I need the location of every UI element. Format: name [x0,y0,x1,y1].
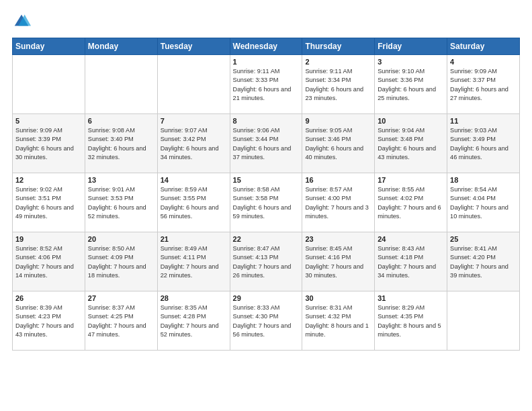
calendar-cell: 1Sunrise: 9:11 AM Sunset: 3:33 PM Daylig… [230,55,302,114]
calendar-cell: 26Sunrise: 8:39 AM Sunset: 4:23 PM Dayli… [13,291,85,351]
day-number: 18 [450,176,517,184]
day-number: 31 [378,294,444,302]
day-number: 11 [450,117,517,125]
day-number: 19 [15,235,82,243]
calendar-cell: 12Sunrise: 9:02 AM Sunset: 3:51 PM Dayli… [13,173,85,232]
calendar-cell: 10Sunrise: 9:04 AM Sunset: 3:48 PM Dayli… [375,114,447,173]
cell-text: Sunrise: 8:54 AM Sunset: 4:04 PM Dayligh… [450,185,517,221]
day-number: 27 [88,294,154,302]
cell-text: Sunrise: 8:31 AM Sunset: 4:32 PM Dayligh… [305,304,371,339]
cell-text: Sunrise: 8:52 AM Sunset: 4:06 PM Dayligh… [15,244,82,280]
calendar-cell [157,55,230,114]
calendar-week-row: 26Sunrise: 8:39 AM Sunset: 4:23 PM Dayli… [13,291,520,351]
calendar-week-row: 1Sunrise: 9:11 AM Sunset: 3:33 PM Daylig… [13,55,520,114]
day-number: 10 [378,117,444,125]
calendar-cell: 13Sunrise: 9:01 AM Sunset: 3:53 PM Dayli… [85,173,157,232]
calendar-cell: 8Sunrise: 9:06 AM Sunset: 3:44 PM Daylig… [230,114,302,173]
calendar-cell: 6Sunrise: 9:08 AM Sunset: 3:40 PM Daylig… [85,114,157,173]
calendar-cell: 15Sunrise: 8:58 AM Sunset: 3:58 PM Dayli… [230,173,302,232]
calendar-cell: 21Sunrise: 8:49 AM Sunset: 4:11 PM Dayli… [157,232,230,291]
calendar-cell: 14Sunrise: 8:59 AM Sunset: 3:55 PM Dayli… [157,173,230,232]
calendar-cell: 24Sunrise: 8:43 AM Sunset: 4:18 PM Dayli… [375,232,447,291]
day-number: 23 [305,235,371,243]
day-number: 26 [15,294,82,302]
cell-text: Sunrise: 9:02 AM Sunset: 3:51 PM Dayligh… [15,185,82,221]
calendar-day-header: Wednesday [230,38,302,55]
cell-text: Sunrise: 8:50 AM Sunset: 4:09 PM Dayligh… [88,244,154,280]
cell-text: Sunrise: 9:04 AM Sunset: 3:48 PM Dayligh… [378,126,444,162]
calendar-cell: 19Sunrise: 8:52 AM Sunset: 4:06 PM Dayli… [13,232,85,291]
calendar-cell: 11Sunrise: 9:03 AM Sunset: 3:49 PM Dayli… [447,114,520,173]
page: SundayMondayTuesdayWednesdayThursdayFrid… [0,0,532,411]
cell-text: Sunrise: 8:41 AM Sunset: 4:20 PM Dayligh… [450,244,517,280]
cell-text: Sunrise: 8:37 AM Sunset: 4:25 PM Dayligh… [88,304,154,339]
cell-text: Sunrise: 9:08 AM Sunset: 3:40 PM Dayligh… [88,126,154,162]
calendar-cell: 22Sunrise: 8:47 AM Sunset: 4:13 PM Dayli… [230,232,302,291]
day-number: 17 [378,176,444,184]
calendar-cell: 7Sunrise: 9:07 AM Sunset: 3:42 PM Daylig… [157,114,230,173]
cell-text: Sunrise: 8:58 AM Sunset: 3:58 PM Dayligh… [233,185,300,221]
calendar-cell: 17Sunrise: 8:55 AM Sunset: 4:02 PM Dayli… [375,173,447,232]
calendar-day-header: Friday [375,38,447,55]
calendar-cell [13,55,85,114]
day-number: 24 [378,235,444,243]
cell-text: Sunrise: 9:06 AM Sunset: 3:44 PM Dayligh… [233,126,300,162]
calendar-day-header: Saturday [447,38,520,55]
cell-text: Sunrise: 8:35 AM Sunset: 4:28 PM Dayligh… [161,304,227,339]
calendar-cell: 31Sunrise: 8:29 AM Sunset: 4:35 PM Dayli… [375,291,447,351]
cell-text: Sunrise: 8:47 AM Sunset: 4:13 PM Dayligh… [233,244,300,280]
cell-text: Sunrise: 8:43 AM Sunset: 4:18 PM Dayligh… [378,244,444,280]
cell-text: Sunrise: 9:10 AM Sunset: 3:36 PM Dayligh… [378,67,444,103]
calendar-cell: 29Sunrise: 8:33 AM Sunset: 4:30 PM Dayli… [230,291,302,351]
calendar-cell: 23Sunrise: 8:45 AM Sunset: 4:16 PM Dayli… [302,232,375,291]
day-number: 5 [15,117,82,125]
calendar-cell [447,291,520,351]
day-number: 7 [161,117,227,125]
cell-text: Sunrise: 8:49 AM Sunset: 4:11 PM Dayligh… [161,244,227,280]
cell-text: Sunrise: 9:09 AM Sunset: 3:39 PM Dayligh… [15,126,82,162]
cell-text: Sunrise: 8:59 AM Sunset: 3:55 PM Dayligh… [161,185,227,221]
calendar-cell: 28Sunrise: 8:35 AM Sunset: 4:28 PM Dayli… [157,291,230,351]
day-number: 21 [161,235,227,243]
day-number: 25 [450,235,517,243]
day-number: 29 [233,294,300,302]
cell-text: Sunrise: 8:39 AM Sunset: 4:23 PM Dayligh… [15,304,82,339]
cell-text: Sunrise: 9:07 AM Sunset: 3:42 PM Dayligh… [161,126,227,162]
calendar-cell: 30Sunrise: 8:31 AM Sunset: 4:32 PM Dayli… [302,291,375,351]
calendar-cell: 3Sunrise: 9:10 AM Sunset: 3:36 PM Daylig… [375,55,447,114]
calendar-cell: 25Sunrise: 8:41 AM Sunset: 4:20 PM Dayli… [447,232,520,291]
calendar-cell: 27Sunrise: 8:37 AM Sunset: 4:25 PM Dayli… [85,291,157,351]
day-number: 14 [161,176,227,184]
header [12,12,520,31]
day-number: 12 [15,176,82,184]
day-number: 20 [88,235,154,243]
cell-text: Sunrise: 9:11 AM Sunset: 3:34 PM Dayligh… [305,67,371,103]
day-number: 22 [233,235,300,243]
day-number: 9 [305,117,371,125]
logo [12,12,34,31]
day-number: 13 [88,176,154,184]
calendar-cell: 5Sunrise: 9:09 AM Sunset: 3:39 PM Daylig… [13,114,85,173]
day-number: 2 [305,58,371,66]
calendar-day-header: Monday [85,38,157,55]
calendar-day-header: Sunday [13,38,85,55]
calendar-cell: 2Sunrise: 9:11 AM Sunset: 3:34 PM Daylig… [302,55,375,114]
calendar-cell: 18Sunrise: 8:54 AM Sunset: 4:04 PM Dayli… [447,173,520,232]
day-number: 1 [233,58,300,66]
day-number: 16 [305,176,371,184]
day-number: 30 [305,294,371,302]
cell-text: Sunrise: 8:55 AM Sunset: 4:02 PM Dayligh… [378,185,444,221]
day-number: 15 [233,176,300,184]
day-number: 6 [88,117,154,125]
day-number: 4 [450,58,517,66]
calendar-day-header: Tuesday [157,38,230,55]
calendar-cell: 9Sunrise: 9:05 AM Sunset: 3:46 PM Daylig… [302,114,375,173]
calendar-week-row: 19Sunrise: 8:52 AM Sunset: 4:06 PM Dayli… [13,232,520,291]
day-number: 3 [378,58,444,66]
calendar-week-row: 12Sunrise: 9:02 AM Sunset: 3:51 PM Dayli… [13,173,520,232]
day-number: 8 [233,117,300,125]
cell-text: Sunrise: 8:29 AM Sunset: 4:35 PM Dayligh… [378,304,444,339]
cell-text: Sunrise: 8:57 AM Sunset: 4:00 PM Dayligh… [305,185,371,221]
calendar-cell [85,55,157,114]
cell-text: Sunrise: 9:01 AM Sunset: 3:53 PM Dayligh… [88,185,154,221]
